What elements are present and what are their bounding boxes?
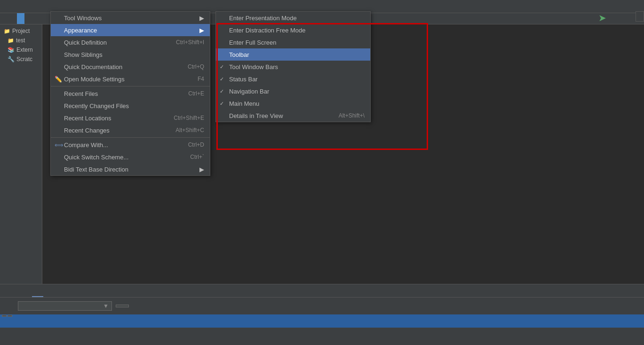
view-menu-quick-switch-scheme[interactable]: Quick Switch Scheme... Ctrl+` xyxy=(51,151,210,163)
project-panel-scratch[interactable]: 🔧 Scratc xyxy=(0,55,42,64)
view-menu-compare-with[interactable]: ⟺ Compare With... Ctrl+D xyxy=(51,139,210,151)
scope-extra-button[interactable] xyxy=(116,305,129,307)
view-menu-appearance[interactable]: Appearance ▶ xyxy=(51,24,210,36)
view-menu-dropdown: Tool Windows ▶ Appearance ▶ Quick Defini… xyxy=(50,11,210,176)
menu-navigate[interactable] xyxy=(24,13,32,24)
menu-file[interactable] xyxy=(2,13,9,24)
menu-analyze[interactable] xyxy=(40,13,47,24)
todo-tab-current-file[interactable] xyxy=(21,284,32,297)
todo-status xyxy=(0,314,644,328)
menu-edit[interactable] xyxy=(9,13,17,24)
scope-dropdown[interactable]: ▼ xyxy=(18,301,112,311)
menu-divider-2 xyxy=(51,137,210,138)
submenu-arrow-icon: ▶ xyxy=(199,27,204,34)
submenu-arrow-icon: ▶ xyxy=(199,166,204,173)
view-menu-recent-files[interactable]: Recent Files Ctrl+E xyxy=(51,87,210,100)
view-menu-recent-changes[interactable]: Recent Changes Alt+Shift+C xyxy=(51,124,210,136)
appearance-presentation-mode[interactable]: Enter Presentation Mode xyxy=(216,12,370,24)
view-menu-bidi-text[interactable]: Bidi Text Base Direction ▶ xyxy=(51,163,210,175)
appearance-full-screen[interactable]: Enter Full Screen xyxy=(216,36,370,48)
folder-icon: 📁 xyxy=(8,38,14,44)
run-button[interactable]: ➤ xyxy=(598,12,606,24)
dropdown-arrow-icon: ▼ xyxy=(103,303,109,309)
library-icon: 📚 xyxy=(8,47,15,53)
appearance-main-menu[interactable]: Main Menu xyxy=(216,97,370,110)
settings-icon: ✏️ xyxy=(55,76,62,83)
project-panel: 📁 Project 📁 test 📚 Extern 🔧 Scratc xyxy=(0,24,42,284)
menu-view[interactable] xyxy=(17,13,24,24)
view-menu-recent-locations[interactable]: Recent Locations Ctrl+Shift+E xyxy=(51,112,210,124)
compare-icon: ⟺ xyxy=(55,141,64,149)
appearance-navigation-bar[interactable]: Navigation Bar xyxy=(216,85,370,97)
todo-tab-scope-based[interactable] xyxy=(32,284,43,297)
view-menu-quick-documentation[interactable]: Quick Documentation Ctrl+Q xyxy=(51,61,210,73)
todo-panel: ▼ xyxy=(0,284,644,345)
appearance-details-tree-view[interactable]: Details in Tree View Alt+Shift+\ xyxy=(216,110,370,122)
project-panel-extern[interactable]: 📚 Extern xyxy=(0,45,42,55)
project-panel-project[interactable]: 📁 Project xyxy=(0,26,42,36)
todo-tab-project[interactable] xyxy=(9,284,21,297)
appearance-toolbar[interactable]: Toolbar xyxy=(216,48,370,61)
todo-down-arrow[interactable] xyxy=(8,315,12,317)
view-menu-tool-windows[interactable]: Tool Windows ▶ xyxy=(51,12,210,24)
folder-icon: 📁 xyxy=(4,28,10,34)
menu-divider xyxy=(51,86,210,86)
view-menu-recently-changed-files[interactable]: Recently Changed Files xyxy=(51,100,210,112)
todo-tabs-bar xyxy=(0,284,644,298)
menu-code[interactable] xyxy=(32,13,40,24)
appearance-status-bar[interactable]: Status Bar xyxy=(216,73,370,85)
view-menu-quick-definition[interactable]: Quick Definition Ctrl+Shift+I xyxy=(51,36,210,48)
appearance-tool-window-bars[interactable]: Tool Window Bars xyxy=(216,61,370,73)
todo-nav-arrows xyxy=(2,315,12,317)
view-menu-open-module-settings[interactable]: ✏️ Open Module Settings F4 xyxy=(51,73,210,85)
project-panel-test[interactable]: 📁 test xyxy=(0,36,42,45)
scratch-icon: 🔧 xyxy=(8,56,15,63)
todo-up-arrow[interactable] xyxy=(2,315,7,317)
view-menu-show-siblings[interactable]: Show Siblings xyxy=(51,48,210,61)
add-configuration-button[interactable] xyxy=(636,11,644,22)
submenu-arrow-icon: ▶ xyxy=(199,15,204,22)
appearance-distraction-free[interactable]: Enter Distraction Free Mode xyxy=(216,24,370,36)
appearance-submenu: Enter Presentation Mode Enter Distractio… xyxy=(215,11,371,122)
